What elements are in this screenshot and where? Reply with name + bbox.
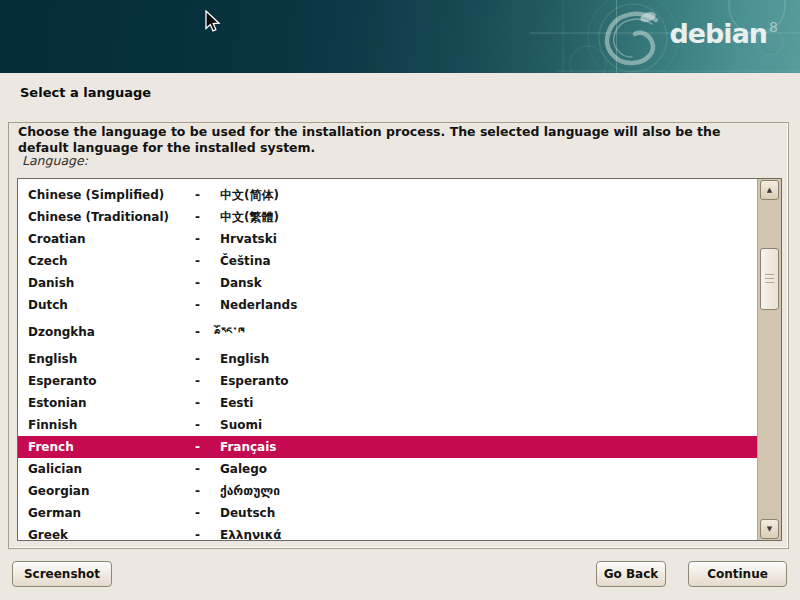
language-native-name: Hrvatski [220,232,277,246]
separator: - [195,374,220,388]
separator: - [195,440,220,454]
page-title: Select a language [20,85,151,100]
language-native-name: English [220,352,269,366]
language-name: English [28,352,195,366]
separator: - [195,484,220,498]
language-row[interactable]: Finnish-Suomi [18,414,757,436]
language-row[interactable]: Georgian-ქართული [18,480,757,502]
scroll-up-button[interactable]: ▲ [760,180,779,200]
language-name: Galician [28,462,195,476]
installer-screen: debian8 Select a language Choose the lan… [0,0,800,600]
language-native-name: Esperanto [220,374,289,388]
separator: - [195,396,220,410]
language-native-name: Čeština [220,254,271,268]
brand-version: 8 [769,19,778,35]
language-name: Danish [28,276,195,290]
language-name: German [28,506,195,520]
separator: - [195,188,220,202]
scroll-down-button[interactable]: ▼ [760,519,779,539]
language-row[interactable]: English-English [18,348,757,370]
continue-button[interactable]: Continue [688,561,787,587]
language-native-name: Français [220,440,276,454]
language-name: Georgian [28,484,195,498]
vertical-scrollbar[interactable]: ▲ ▼ [757,179,781,540]
separator: - [195,232,220,246]
language-name: Chinese (Traditional) [28,210,195,224]
language-row[interactable]: German-Deutsch [18,502,757,524]
language-native-name: 中文(简体) [220,187,279,204]
language-row[interactable]: Croatian-Hrvatski [18,228,757,250]
language-name: Dutch [28,298,195,312]
separator: - [195,506,220,520]
language-row[interactable]: Estonian-Eesti [18,392,757,414]
language-name: Esperanto [28,374,195,388]
language-name: Greek [28,528,195,541]
language-native-name: Ελληνικά [220,528,282,541]
language-row[interactable]: Chinese (Traditional)-中文(繁體) [18,206,757,228]
language-name: French [28,440,195,454]
instruction-text: Choose the language to be used for the i… [18,124,778,156]
language-native-name: རྫོང་ཁ [220,325,244,339]
language-row[interactable]: Esperanto-Esperanto [18,370,757,392]
instruction-line-2: default language for the installed syste… [18,140,778,156]
brand-wordmark: debian8 [669,20,778,47]
separator: - [195,325,220,339]
language-list-rows: Chinese (Simplified)-中文(简体)Chinese (Trad… [18,184,781,541]
language-row[interactable]: French-Français [18,436,757,458]
brand-name: debian [669,18,767,49]
language-name: Dzongkha [28,325,195,339]
scrollbar-grip [765,274,774,283]
separator: - [195,210,220,224]
separator: - [195,254,220,268]
separator: - [195,352,220,366]
language-name: Czech [28,254,195,268]
language-field-label: Language: [22,153,88,168]
language-row[interactable]: Danish-Dansk [18,272,757,294]
language-row[interactable]: Greek-Ελληνικά [18,524,757,541]
language-native-name: 中文(繁體) [220,209,279,226]
language-native-name: ქართული [220,484,280,498]
scrollbar-thumb[interactable] [760,248,779,310]
language-native-name: Eesti [220,396,253,410]
header-banner: debian8 [0,0,800,73]
language-row[interactable]: Dutch-Nederlands [18,294,757,316]
language-native-name: Deutsch [220,506,275,520]
language-row[interactable]: Chinese (Simplified)-中文(简体) [18,184,757,206]
instruction-line-1: Choose the language to be used for the i… [18,124,778,140]
language-name: Croatian [28,232,195,246]
language-native-name: Galego [220,462,267,476]
language-row[interactable]: Czech-Čeština [18,250,757,272]
language-native-name: Dansk [220,276,262,290]
go-back-button[interactable]: Go Back [596,561,666,587]
separator: - [195,528,220,541]
language-row[interactable]: Galician-Galego [18,458,757,480]
language-name: Chinese (Simplified) [28,188,195,202]
language-row[interactable]: Dzongkha-རྫོང་ཁ [18,316,757,348]
separator: - [195,462,220,476]
language-name: Estonian [28,396,195,410]
separator: - [195,276,220,290]
language-native-name: Nederlands [220,298,297,312]
separator: - [195,418,220,432]
separator: - [195,298,220,312]
mouse-cursor-icon [204,10,222,34]
language-native-name: Suomi [220,418,262,432]
language-list: Chinese (Simplified)-中文(简体)Chinese (Trad… [17,178,782,541]
screenshot-button[interactable]: Screenshot [12,561,112,587]
language-name: Finnish [28,418,195,432]
